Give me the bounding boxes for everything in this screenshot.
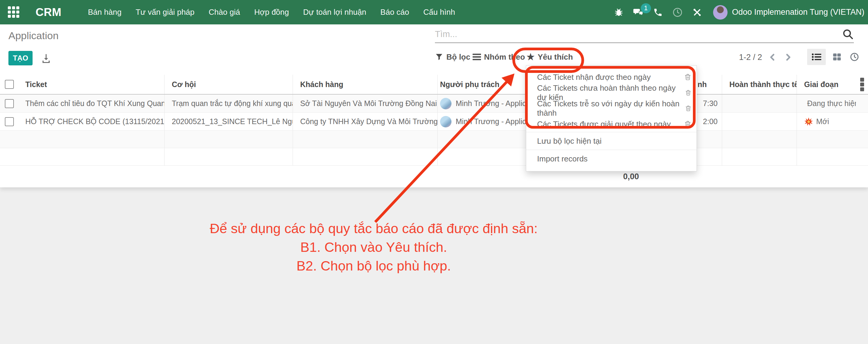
cell-ticket: HỖ TRỢ CHECK BỘ CODE (13115/2021/D… [19,113,164,130]
messages-icon[interactable]: 1 [633,7,644,18]
cell-customer: Công ty TNHH Xây Dựng Và Môi Trường Lê… [293,113,438,130]
cell-ticket: Thêm các chỉ tiêu đo TQT Khí Xung Quanh … [19,95,164,112]
cell-stage: Đang thực hiện [797,95,856,112]
create-button[interactable]: TẠO [8,51,33,65]
col-header-stage[interactable]: Giai đoạn [797,75,856,94]
col-header-opportunity[interactable]: Cơ hội [164,75,293,94]
cell-opportunity: 20200521_13_SINCE TECH_Lê Nguyên [164,113,293,130]
cell-actual-done [722,95,797,112]
menu-item-du-toan[interactable]: Dự toán lợi nhuận [303,7,366,17]
topbar-menu: Bán hàng Tư vấn giải pháp Chào giá Hợp đ… [88,7,455,17]
import-records-item[interactable]: Import records [526,150,696,167]
crm-list-screen: CRM Bán hàng Tư vấn giải pháp Chào giá H… [0,0,868,344]
favorites-button[interactable]: ★ Yêu thích [527,50,573,64]
filter-funnel-icon [435,53,443,61]
favorite-filter-item[interactable]: Các Tickets được giải quyết theo ngày [526,116,696,132]
group-by-button[interactable]: Nhóm theo [472,50,525,64]
annotation-line-1: Để sử dụng các bộ quy tắc báo cáo đã đượ… [0,219,747,238]
table-row[interactable]: HỖ TRỢ CHECK BỘ CODE (13115/2021/D… 2020… [0,113,868,131]
cell-stage: Mới [797,113,856,130]
content-area: Application TẠO Bộ lọc Nhóm theo ★ Yêu t… [0,24,868,187]
assignee-avatar [440,98,452,110]
col-header-actual-done[interactable]: Hoàn thành thực tế [722,75,797,94]
menu-item-chao-gia[interactable]: Chào giá [209,7,240,17]
favorite-filter-item[interactable]: Các Tickets trễ so với ngày dự kiến hoàn… [526,101,696,116]
list-view-icon [812,53,821,61]
empty-row [0,131,868,148]
list-view-button[interactable] [807,49,826,65]
kanban-view-button[interactable] [828,49,846,65]
top-navbar: CRM Bán hàng Tư vấn giải pháp Chào giá H… [0,0,868,24]
search-icon[interactable] [842,28,854,41]
activity-clock-icon [849,52,859,62]
empty-row [0,148,868,166]
favorites-dropdown: Các Ticket nhận được theo ngày Các Ticke… [526,65,697,171]
user-menu[interactable]: Odoo Implemenation Tung (VIETAN) [732,7,864,17]
search-bar [435,27,854,43]
annotation-line-3: B2. Chọn bộ lọc phù hợp. [0,257,747,275]
favorite-filter-item[interactable]: Các Tickets chưa hoàn thành theo ngày dự… [526,85,696,101]
kanban-view-icon [832,53,841,61]
trash-icon[interactable] [685,104,692,112]
activities-clock-icon[interactable] [672,7,683,18]
optional-columns-icon[interactable] [860,78,864,91]
favorite-filter-item[interactable]: Các Ticket nhận được theo ngày [526,69,696,85]
activity-view-button[interactable] [845,49,864,65]
tickets-list: Ticket Cơ hội Khách hàng Người phụ trách… [0,75,868,187]
annotation-line-2: B1. Chọn vào Yêu thích. [0,238,747,257]
breadcrumb: Application [8,30,59,41]
search-input[interactable] [435,27,836,41]
annotation-text: Để sử dụng các bộ quy tắc báo cáo đã đượ… [0,219,747,275]
phone-icon[interactable] [652,7,663,18]
group-by-bars-icon [472,53,481,61]
user-avatar[interactable] [713,5,727,20]
pager-range: 1-2 / 2 [739,53,762,62]
app-title[interactable]: CRM [36,6,61,19]
tools-icon[interactable] [692,7,703,18]
cell-customer: Sở Tài Nguyên Và Môi Trường Đồng Nai [293,95,438,112]
assignee-avatar [440,116,452,127]
apps-menu-icon[interactable] [8,6,20,19]
topbar-systray: 1 Odoo Implemenation Tung (VIETAN) [613,0,864,24]
menu-item-hop-dong[interactable]: Hợp đồng [254,7,289,17]
messages-count-badge: 1 [641,3,651,13]
cell-opportunity: Trạm quan trắc tự động khí xung quanh [164,95,293,112]
trash-icon[interactable] [684,73,692,81]
row-checkbox[interactable] [5,117,14,126]
menu-item-ban-hang[interactable]: Bán hàng [88,7,121,17]
select-all-checkbox[interactable] [5,80,14,89]
filters-button[interactable]: Bộ lọc [435,50,470,64]
col-header-ticket[interactable]: Ticket [19,75,164,94]
pager-next-icon[interactable] [784,53,794,62]
table-header-row: Ticket Cơ hội Khách hàng Người phụ trách… [0,75,868,95]
trash-icon[interactable] [684,120,692,128]
menu-item-cau-hinh[interactable]: Cấu hình [424,7,456,17]
bug-icon[interactable] [613,7,624,18]
burst-new-icon [804,117,813,126]
pager-prev-icon[interactable] [768,53,778,62]
cell-actual-done [722,113,797,130]
col-header-customer[interactable]: Khách hàng [293,75,438,94]
table-footer-row: 0,00 [0,166,868,187]
menu-item-bao-cao[interactable]: Báo cáo [380,7,409,17]
star-icon: ★ [527,53,535,61]
trash-icon[interactable] [685,89,692,97]
save-current-filter-item[interactable]: Lưu bộ lọc hiện tại [526,132,696,150]
row-checkbox[interactable] [5,99,14,108]
menu-item-tu-van[interactable]: Tư vấn giải pháp [135,7,194,17]
export-icon[interactable] [40,53,52,64]
table-row[interactable]: Thêm các chỉ tiêu đo TQT Khí Xung Quanh … [0,95,868,113]
